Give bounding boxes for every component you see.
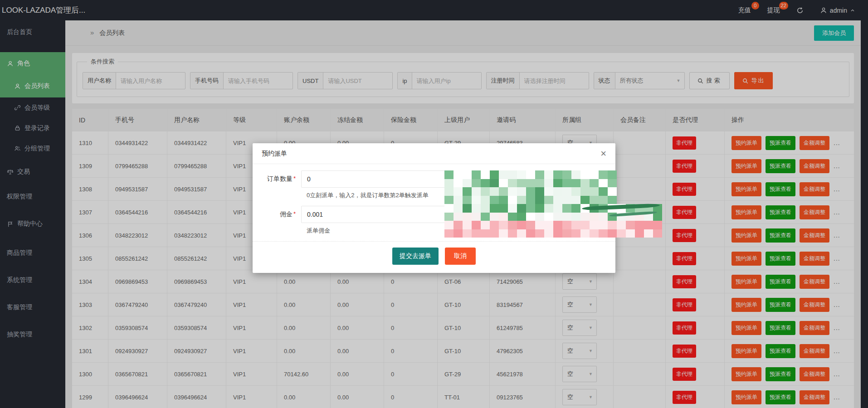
- close-icon[interactable]: ×: [600, 149, 606, 159]
- order-quantity-input[interactable]: [301, 170, 606, 188]
- field-label: 订单数量: [267, 175, 293, 182]
- commission-label: 佣金*: [258, 210, 301, 219]
- modal-footer: 提交去派单 取消: [253, 242, 615, 265]
- screen: LOOK-LAZADA管理后... 充值 0 提现 22: [0, 0, 868, 408]
- modal-title: 预约派单: [262, 150, 287, 158]
- commission-input[interactable]: [301, 206, 606, 223]
- modal-body: 订单数量*0立刻派单，输入2，就是订单数第2单触发派单佣金*派单佣金: [253, 170, 615, 235]
- commission-helper: 派单佣金: [307, 227, 606, 235]
- required-asterisk: *: [293, 210, 296, 217]
- reserve-dispatch-modal: 预约派单 × 订单数量*0立刻派单，输入2，就是订单数第2单触发派单佣金*派单佣…: [253, 143, 615, 273]
- field-label: 佣金: [280, 210, 293, 218]
- order-quantity-helper: 0立刻派单，输入2，就是订单数第2单触发派单: [307, 191, 606, 199]
- modal-header: 预约派单 ×: [253, 143, 615, 164]
- modal-field-row: 订单数量*: [253, 170, 615, 188]
- submit-dispatch-button[interactable]: 提交去派单: [392, 248, 439, 265]
- order-quantity-label: 订单数量*: [258, 175, 301, 183]
- modal-field-row: 佣金*: [253, 206, 615, 223]
- cancel-button[interactable]: 取消: [445, 248, 476, 265]
- required-asterisk: *: [293, 175, 296, 182]
